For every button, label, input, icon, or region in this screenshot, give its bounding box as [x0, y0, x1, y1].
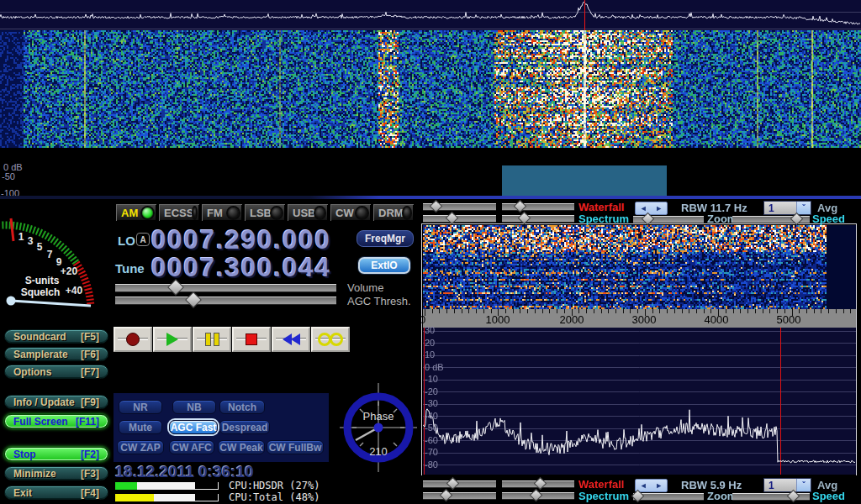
chevron-down-icon[interactable]: ˇ	[796, 202, 811, 214]
spectrum-label: Spectrum	[578, 213, 629, 225]
cw-peak-button[interactable]: CW Peak	[218, 440, 265, 454]
waterfall-lower-slider-2[interactable]	[502, 480, 574, 488]
nb-button[interactable]: NB	[172, 400, 216, 414]
waterfall-upper-slider[interactable]	[423, 203, 496, 211]
zoom-spectrum-display[interactable]	[423, 328, 856, 475]
slider-thumb[interactable]	[430, 200, 443, 213]
cw-zap-button[interactable]: CW ZAP	[117, 440, 164, 454]
waterfall-lower-slider[interactable]	[502, 203, 574, 211]
spectrum-upper-slider[interactable]	[423, 215, 496, 223]
smeter-number: +20	[61, 265, 78, 277]
minimize-button[interactable]: Minimize [F3]	[4, 466, 108, 480]
s-meter: 1 3 5 7 9 +20 +40 S-units Squelch	[0, 202, 114, 323]
mode-led	[193, 207, 196, 218]
chevron-down-icon[interactable]: ˇ	[796, 479, 811, 491]
stop-button[interactable]: Stop [F2]	[4, 447, 108, 461]
options-button[interactable]: Options [F7]	[4, 365, 108, 379]
agc-thresh-label: AGC Thresh.	[347, 295, 411, 307]
slider-thumb[interactable]	[446, 212, 459, 225]
notch-button[interactable]: Notch	[219, 400, 265, 414]
db-label: 30	[425, 325, 455, 335]
slider-thumb[interactable]	[440, 489, 453, 502]
zoom-slider-right[interactable]	[732, 216, 810, 223]
cpu-total-bar	[115, 494, 195, 501]
freq-tick-label: 7315	[806, 150, 857, 164]
button-label: Options	[13, 366, 51, 378]
button-key: [F2]	[81, 449, 99, 460]
stop-playback-button[interactable]	[232, 327, 271, 352]
spectrum-upper-slider-2[interactable]	[423, 492, 496, 500]
agc-thresh-slider[interactable]	[115, 297, 336, 305]
mode-label: CW	[335, 207, 354, 219]
cw-afc-button[interactable]: CW AFC	[169, 440, 214, 454]
rbw-spinner-2[interactable]: ◄►	[635, 479, 668, 492]
button-key: [F5]	[81, 331, 99, 343]
mode-button-ecss[interactable]: ECSS	[158, 203, 200, 222]
mode-label: DRM	[378, 207, 404, 219]
squelch-needle[interactable]	[11, 301, 91, 306]
passband-selection[interactable]	[502, 165, 667, 196]
mode-led	[404, 207, 410, 218]
button-key: [F6]	[81, 349, 99, 360]
db-label: -60	[425, 435, 455, 445]
freq-tick-label: 7310	[724, 150, 774, 164]
extio-button[interactable]: ExtIO	[358, 257, 410, 274]
zoom-slider-right-2[interactable]	[732, 493, 810, 501]
spectrum-lower-slider-2[interactable]	[502, 492, 574, 500]
agc-fast-button[interactable]: AGC Fast	[169, 420, 218, 434]
loop-button[interactable]	[311, 327, 350, 352]
squelch-label: Squelch	[21, 286, 61, 298]
waterfall-label: Waterfall	[578, 201, 624, 213]
phase-dial: Phase 210	[338, 380, 419, 474]
waterfall-upper-slider-2[interactable]	[423, 480, 496, 488]
play-button[interactable]	[153, 327, 192, 352]
freq-tick-label: 7290	[394, 150, 445, 164]
slider-thumb[interactable]	[446, 477, 460, 491]
rewind-button[interactable]	[272, 327, 310, 352]
fullscreen-button[interactable]: Full Screen [F11]	[4, 414, 108, 428]
mute-button[interactable]: Mute	[119, 420, 162, 434]
pause-button[interactable]	[193, 327, 231, 352]
mode-button-cw[interactable]: CW	[330, 203, 372, 222]
button-label: Minimize	[13, 468, 56, 480]
mode-label: AM	[121, 207, 138, 219]
mode-button-am[interactable]: AM	[115, 203, 157, 222]
smeter-number: 5	[37, 241, 43, 253]
pause-icon	[205, 333, 219, 346]
lo-a-badge[interactable]: A	[136, 233, 150, 246]
mode-button-usb[interactable]: USB	[287, 203, 329, 222]
hdsdr-window: 7270 7275 7280 7285 7290 7295 7300 7305 …	[0, 0, 861, 504]
mode-button-lsb[interactable]: LSB	[244, 203, 286, 222]
mode-button-fm[interactable]: FM	[201, 203, 243, 222]
rbw-spinner[interactable]: ◄►	[635, 202, 668, 215]
samplerate-button[interactable]: Samplerate [F6]	[4, 347, 108, 361]
soundcard-button[interactable]: Soundcard [F5]	[4, 329, 108, 344]
tune-frequency-display[interactable]: 0007.300.044	[151, 253, 331, 283]
slider-thumb[interactable]	[518, 212, 531, 225]
db-label: 10	[425, 349, 455, 360]
zoom-slider-left[interactable]	[633, 216, 704, 223]
volume-slider[interactable]	[115, 284, 336, 292]
zoom-slider-left-2[interactable]	[633, 493, 704, 501]
button-label: Info / Update	[13, 396, 75, 408]
info-update-button[interactable]: Info / Update [F9]	[4, 395, 108, 409]
spectrum-lower-slider[interactable]	[502, 215, 574, 223]
squelch-knob[interactable]	[7, 297, 16, 306]
zoom-waterfall-display[interactable]	[423, 225, 856, 309]
despread-button[interactable]: Despread	[219, 420, 270, 434]
agc-thresh-slider-thumb[interactable]	[185, 291, 202, 308]
slider-thumb[interactable]	[529, 489, 542, 502]
db-label: -50	[425, 423, 455, 433]
cw-fullbw-button[interactable]: CW FullBw	[267, 440, 324, 454]
avg-dropdown[interactable]: 1 ˇ	[763, 201, 811, 215]
exit-button[interactable]: Exit [F4]	[4, 486, 108, 500]
nr-button[interactable]: NR	[119, 400, 162, 414]
avg-dropdown-value-2: 1	[764, 479, 796, 491]
record-button[interactable]	[114, 327, 152, 352]
phase-center-dot	[374, 423, 383, 433]
avg-dropdown-2[interactable]: 1 ˇ	[763, 478, 811, 492]
mode-button-drm[interactable]: DRM	[372, 203, 415, 222]
lo-frequency-display[interactable]: 0007.290.000	[151, 225, 331, 255]
db-label: 20	[425, 338, 455, 348]
freqmgr-button[interactable]: FreqMgr	[357, 230, 414, 247]
